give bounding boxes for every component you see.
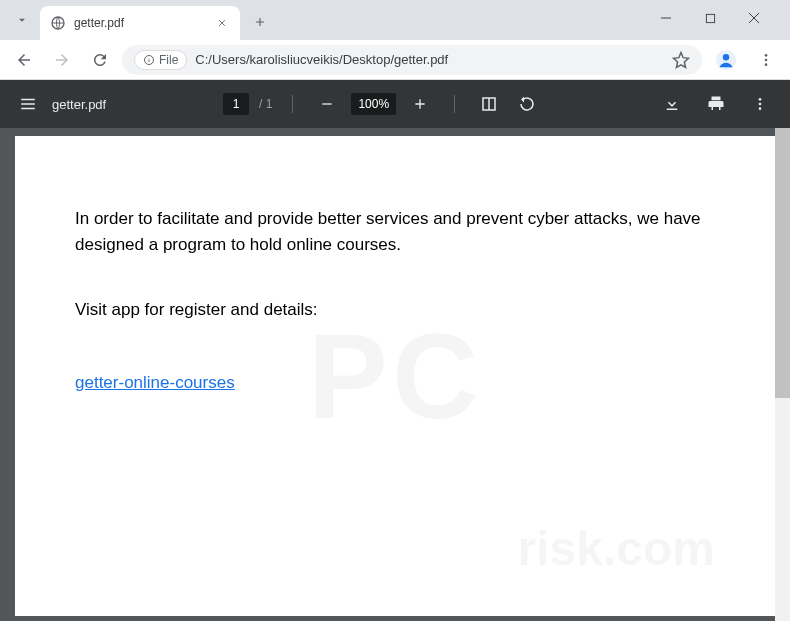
hamburger-icon (19, 95, 37, 113)
svg-rect-1 (706, 14, 714, 22)
maximize-button[interactable] (696, 4, 724, 32)
close-window-button[interactable] (740, 4, 768, 32)
fit-page-icon (480, 95, 498, 113)
forward-button[interactable] (46, 44, 78, 76)
new-tab-button[interactable] (246, 8, 274, 36)
arrow-left-icon (15, 51, 33, 69)
pdf-more-button[interactable] (746, 90, 774, 118)
download-button[interactable] (658, 90, 686, 118)
plus-icon (253, 15, 267, 29)
profile-button[interactable] (712, 46, 740, 74)
svg-point-9 (759, 98, 762, 101)
pdf-toolbar: getter.pdf / 1 100% (0, 80, 790, 128)
svg-point-4 (723, 54, 729, 60)
zoom-level: 100% (351, 93, 396, 115)
arrow-right-icon (53, 51, 71, 69)
browser-tabs-strip: getter.pdf (0, 0, 790, 40)
zoom-in-button[interactable] (406, 90, 434, 118)
pdf-toolbar-right (658, 90, 774, 118)
kebab-icon (752, 96, 768, 112)
globe-icon (50, 15, 66, 31)
minus-icon (319, 96, 335, 112)
browser-tab[interactable]: getter.pdf (40, 6, 240, 40)
url-field[interactable]: File C:/Users/karolisliucveikis/Desktop/… (122, 45, 702, 75)
svg-point-7 (765, 63, 768, 66)
toolbar-divider (454, 95, 455, 113)
svg-point-10 (759, 103, 762, 106)
watermark-sub: risk.com (518, 521, 715, 576)
tab-close-button[interactable] (214, 15, 230, 31)
minimize-button[interactable] (652, 4, 680, 32)
maximize-icon (705, 13, 716, 24)
fit-page-button[interactable] (475, 90, 503, 118)
rotate-button[interactable] (513, 90, 541, 118)
tab-title: getter.pdf (74, 16, 206, 30)
url-text: C:/Users/karolisliucveikis/Desktop/gette… (195, 52, 664, 67)
kebab-icon (758, 52, 774, 68)
plus-icon (412, 96, 428, 112)
file-chip-label: File (159, 53, 178, 67)
close-icon (748, 12, 760, 24)
svg-point-11 (759, 107, 762, 110)
info-icon (143, 54, 155, 66)
pdf-paragraph: Visit app for register and details: (75, 297, 715, 323)
scrollbar-thumb[interactable] (775, 128, 790, 398)
star-icon (672, 51, 690, 69)
pdf-filename: getter.pdf (52, 97, 106, 112)
tabs-dropdown-button[interactable] (8, 6, 36, 34)
profile-icon (715, 49, 737, 71)
zoom-out-button[interactable] (313, 90, 341, 118)
download-icon (663, 95, 681, 113)
print-button[interactable] (702, 90, 730, 118)
pdf-link[interactable]: getter-online-courses (75, 373, 235, 392)
chevron-down-icon (15, 13, 29, 27)
reload-icon (91, 51, 109, 69)
pdf-menu-button[interactable] (16, 92, 40, 116)
back-button[interactable] (8, 44, 40, 76)
pdf-viewport: In order to facilitate and provide bette… (0, 128, 790, 621)
page-number-input[interactable] (223, 93, 249, 115)
print-icon (707, 95, 725, 113)
minimize-icon (660, 12, 672, 24)
scrollbar[interactable] (775, 128, 790, 621)
bookmark-button[interactable] (672, 51, 690, 69)
toolbar-divider (292, 95, 293, 113)
page-total: / 1 (259, 97, 272, 111)
reload-button[interactable] (84, 44, 116, 76)
rotate-icon (518, 95, 536, 113)
pdf-paragraph: In order to facilitate and provide bette… (75, 206, 715, 257)
address-bar: File C:/Users/karolisliucveikis/Desktop/… (0, 40, 790, 80)
svg-point-6 (765, 58, 768, 61)
browser-menu-button[interactable] (750, 44, 782, 76)
pdf-toolbar-center: / 1 100% (223, 90, 541, 118)
close-icon (217, 18, 227, 28)
file-chip: File (134, 50, 187, 70)
pdf-page: In order to facilitate and provide bette… (15, 136, 775, 616)
svg-point-5 (765, 54, 768, 57)
window-controls (652, 4, 782, 40)
